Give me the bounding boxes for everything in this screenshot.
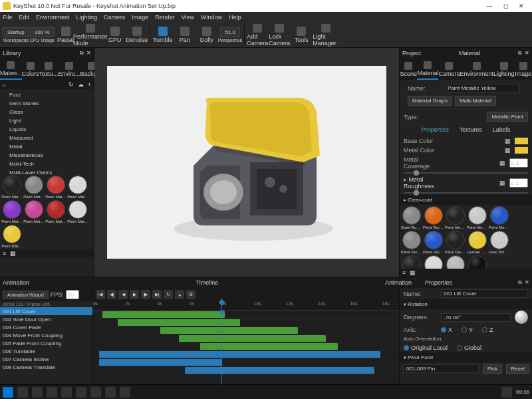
task-icon[interactable] bbox=[90, 387, 101, 398]
pan-button[interactable]: Pan bbox=[174, 24, 196, 47]
minimize-button[interactable]: — bbox=[481, 3, 497, 9]
track-bar[interactable] bbox=[160, 327, 298, 334]
project-undock-icon[interactable]: ⧉ bbox=[518, 50, 522, 57]
startup-button[interactable]: Startup bbox=[3, 27, 29, 37]
track-row[interactable] bbox=[93, 350, 399, 358]
refresh-icon[interactable]: ↻ bbox=[68, 81, 74, 88]
material-swatch[interactable]: Paint Mat... bbox=[23, 176, 44, 199]
tumble-button[interactable]: Tumble bbox=[152, 24, 174, 47]
add-camera-button[interactable]: Add Camera bbox=[247, 24, 268, 47]
lock-camera-button[interactable]: Lock Camera bbox=[269, 24, 290, 47]
menu-render[interactable]: Render bbox=[155, 14, 175, 21]
tab-colors[interactable]: Colors bbox=[22, 59, 39, 80]
record-button[interactable]: ● bbox=[175, 290, 184, 299]
track-row[interactable] bbox=[93, 342, 399, 350]
material-swatch[interactable]: Paint Met... bbox=[1, 176, 22, 199]
light-manager-button[interactable]: Light Manager bbox=[313, 24, 339, 47]
tree-item[interactable]: Miscellaneous bbox=[1, 151, 92, 160]
track-label[interactable]: 007 Camera Incline bbox=[0, 355, 93, 363]
pivot-input[interactable] bbox=[404, 364, 479, 373]
close-button[interactable]: ✕ bbox=[513, 3, 529, 9]
texture-icon[interactable]: ▦ bbox=[505, 138, 511, 144]
grid-icon[interactable]: ▦ bbox=[410, 269, 416, 276]
multi-material-button[interactable]: Multi-Material bbox=[455, 96, 496, 106]
clearcoat-section[interactable]: Clear-coat bbox=[400, 195, 532, 205]
cpu-pct[interactable]: 100 % bbox=[30, 27, 55, 37]
track-bar[interactable] bbox=[99, 359, 221, 366]
material-swatch[interactable]: Paint Mat... bbox=[1, 225, 22, 248]
cloud-icon[interactable]: ☁ bbox=[78, 81, 84, 88]
material-swatch[interactable]: Paint Gloss... bbox=[423, 231, 444, 254]
track-label[interactable]: 001 Lift Cover bbox=[0, 307, 93, 315]
roughness-input[interactable] bbox=[509, 178, 528, 188]
material-swatch[interactable]: Paint Mat... bbox=[67, 200, 88, 223]
rotation-dial[interactable] bbox=[515, 311, 528, 324]
material-type-dropdown[interactable]: Metallic Paint bbox=[487, 112, 528, 122]
menu-view[interactable]: View bbox=[182, 14, 194, 21]
menu-camera[interactable]: Camera bbox=[104, 14, 125, 21]
task-icon[interactable] bbox=[17, 387, 28, 398]
tree-item[interactable]: Measured bbox=[1, 134, 92, 142]
library-close-icon[interactable]: ✕ bbox=[86, 50, 91, 57]
menu-help[interactable]: Help bbox=[229, 14, 241, 21]
menu-environment[interactable]: Environment bbox=[36, 14, 70, 21]
track-row[interactable] bbox=[93, 358, 399, 366]
menu-window[interactable]: Window bbox=[201, 14, 222, 21]
track-row[interactable] bbox=[93, 327, 399, 334]
material-swatch[interactable]: Steel Roug... bbox=[401, 206, 422, 229]
tray-icon[interactable] bbox=[501, 387, 512, 398]
track-label[interactable]: 003 Cover Fade bbox=[0, 323, 93, 331]
axis-y-radio[interactable]: Y bbox=[462, 327, 473, 333]
track-bar[interactable] bbox=[185, 367, 374, 374]
material-swatch[interactable]: Aluminum ... bbox=[445, 255, 466, 269]
tab-image[interactable]: Image bbox=[515, 59, 532, 80]
tab-environments[interactable]: Enviro... bbox=[59, 59, 80, 80]
subtab-properties[interactable]: Properties bbox=[416, 125, 454, 134]
goto-start-button[interactable]: |◀ bbox=[96, 290, 105, 299]
menu-edit[interactable]: Edit bbox=[19, 14, 30, 21]
anim-undock-icon[interactable]: ⧉ bbox=[518, 279, 522, 286]
texture-icon[interactable]: ▦ bbox=[499, 160, 505, 166]
pick-button[interactable]: Pick bbox=[483, 364, 502, 374]
gpu-button[interactable]: GPU bbox=[104, 24, 126, 47]
material-name-input[interactable] bbox=[445, 84, 520, 92]
track-row[interactable] bbox=[93, 334, 399, 342]
tab-camera[interactable]: Camera bbox=[438, 59, 460, 80]
step-back-button[interactable]: ◀| bbox=[107, 290, 116, 299]
metal-color-chip[interactable] bbox=[515, 147, 528, 154]
anim-close-icon[interactable]: ✕ bbox=[525, 279, 529, 286]
tab-material[interactable]: Material bbox=[417, 59, 438, 80]
tab-materials[interactable]: Materi... bbox=[0, 59, 22, 80]
degrees-input[interactable] bbox=[441, 313, 511, 322]
anim-name-input[interactable] bbox=[441, 289, 528, 298]
task-icon[interactable] bbox=[61, 387, 72, 398]
menu-lighting[interactable]: Lighting bbox=[76, 14, 98, 21]
tree-item[interactable]: Gem Stones bbox=[1, 99, 92, 108]
task-icon[interactable] bbox=[76, 387, 86, 398]
track-bar[interactable] bbox=[102, 311, 225, 318]
material-swatch[interactable]: Paint Metal... bbox=[489, 206, 509, 229]
add-icon[interactable]: + bbox=[88, 81, 91, 88]
fov-value[interactable]: 51.0 bbox=[220, 27, 240, 37]
library-undock-icon[interactable]: ⧉ bbox=[80, 50, 84, 57]
denoise-button[interactable]: Denoise bbox=[126, 24, 148, 47]
roughness-expand[interactable]: ▸ Metal Roughness bbox=[404, 176, 444, 190]
pivot-section[interactable]: Pivot Point bbox=[400, 352, 532, 362]
axis-z-radio[interactable]: Z bbox=[482, 327, 493, 333]
fps-input[interactable] bbox=[66, 290, 79, 299]
subtab-labels[interactable]: Labels bbox=[487, 125, 516, 134]
task-icon[interactable] bbox=[105, 387, 116, 398]
animation-wizard-button[interactable]: Animation Wizard bbox=[3, 291, 49, 299]
material-swatch[interactable]: Paint Mat... bbox=[67, 176, 88, 199]
tree-item[interactable]: Glass bbox=[1, 108, 92, 116]
list-icon[interactable]: ≡ bbox=[3, 250, 6, 257]
task-icon[interactable] bbox=[47, 387, 57, 398]
reset-button[interactable]: Reset bbox=[506, 364, 529, 374]
maximize-button[interactable]: ◻ bbox=[497, 3, 513, 9]
orient-global-radio[interactable]: Global bbox=[457, 344, 481, 351]
material-swatch[interactable]: Paint Metal... bbox=[445, 206, 466, 229]
material-swatch[interactable]: Paint Gloss... bbox=[445, 231, 466, 254]
track-row[interactable] bbox=[93, 319, 399, 327]
tab-lighting[interactable]: Lighting bbox=[493, 59, 515, 80]
material-swatch[interactable]: Paint Gloss... bbox=[401, 231, 422, 254]
